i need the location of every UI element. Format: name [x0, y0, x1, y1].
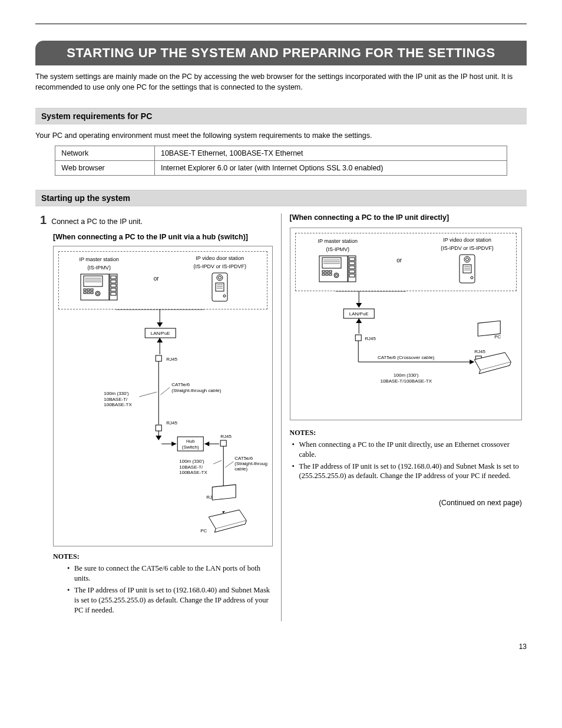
page-banner: STARTING UP THE SYSTEM AND PREPARING FOR…: [35, 41, 527, 65]
base-label-2: 100BASE-TX: [104, 402, 132, 407]
top-rule: [35, 24, 527, 24]
lanpoe-label: LAN/PoE: [151, 331, 170, 336]
step-1-text: Connect a PC to the IP unit.: [51, 218, 143, 226]
svg-marker-44: [204, 442, 209, 446]
svg-rect-45: [220, 440, 226, 446]
ip-master-sub-r: (IS-IPMV): [318, 246, 358, 253]
svg-marker-82: [356, 303, 362, 308]
svg-rect-91: [478, 321, 500, 336]
ip-door-title: IP video door station: [194, 255, 247, 262]
note-left-1: Be sure to connect the CAT5e/6 cable to …: [67, 564, 273, 584]
or-text: or: [154, 275, 159, 282]
svg-marker-29: [157, 322, 163, 327]
ip-door-icon-r: [459, 254, 475, 284]
lanpoe-label-r: LAN/PoE: [349, 311, 368, 317]
sysreq-text: Your PC and operating environment must m…: [35, 131, 527, 140]
svg-marker-85: [356, 318, 362, 323]
laptop-icon: [209, 485, 246, 532]
device-options-box: IP master station (IS-IPMV): [58, 251, 267, 309]
page-number: 13: [35, 643, 527, 651]
cable-label-3: CAT5e/6: [234, 456, 253, 461]
svg-marker-32: [157, 338, 163, 342]
cable-label-4: (Straight-through: [234, 461, 267, 466]
base-label-3: 10BASE-T/: [179, 465, 203, 470]
column-divider: [281, 213, 282, 621]
ip-master-icon: [80, 274, 118, 301]
notes-list-left: Be sure to connect the CAT5e/6 cable to …: [53, 564, 273, 615]
wiring-direct-svg: LAN/PoE RJ45 CAT5e/6 (Crossover cable) 1…: [295, 291, 517, 415]
or-text-r: or: [396, 257, 402, 263]
svg-rect-33: [156, 355, 161, 361]
req-browser-value: Internet Explorer 6.0 or later (with Int…: [154, 161, 507, 176]
step-1-number: 1: [40, 213, 47, 227]
cable-label-2: (Straight-through cable): [171, 388, 221, 393]
base-label-4: 100BASE-TX: [179, 470, 207, 475]
cable-cr-label: CAT5e/6 (Crossover cable): [378, 355, 435, 360]
req-network-label: Network: [55, 146, 155, 161]
rj45-label-2: RJ45: [166, 420, 177, 426]
svg-rect-37: [156, 425, 161, 431]
cable-label-1: CAT5e/6: [171, 382, 190, 387]
svg-rect-52: [212, 485, 236, 500]
pc-label-r: PC: [494, 334, 501, 340]
notes-heading-right: NOTES:: [290, 429, 523, 437]
rj45-label-3: RJ45: [220, 434, 232, 439]
intro-text: The system settings are mainly made on t…: [35, 71, 527, 93]
req-browser-label: Web browser: [55, 161, 155, 176]
laptop-icon-r: [474, 321, 511, 374]
left-column: 1 Connect a PC to the IP unit. [When con…: [35, 213, 277, 621]
ip-master-sub: (IS-IPMV): [79, 265, 118, 271]
notes-list-right: When connecting a PC to the IP unit dire…: [290, 440, 523, 482]
note-right-1: When connecting a PC to the IP unit dire…: [292, 440, 523, 460]
diagram-direct: IP master station (IS-IPMV) or: [290, 228, 523, 420]
ip-door-icon: [211, 272, 228, 302]
svg-rect-1: [84, 276, 103, 286]
hub-label-1: Hub: [186, 439, 195, 444]
diagram-hub: IP master station (IS-IPMV): [53, 246, 273, 546]
base-label-r: 10BASE-T/100BASE-TX: [380, 378, 432, 384]
svg-rect-86: [355, 335, 361, 341]
svg-marker-42: [171, 442, 176, 446]
svg-line-35: [139, 392, 157, 397]
wiring-hub-svg: LAN/PoE RJ45 100m (330') 10BASE-T/ 100BA…: [58, 309, 267, 539]
base-label-1: 10BASE-T/: [104, 397, 128, 402]
note-right-2: The IP address of IP unit is set to (192…: [292, 462, 523, 482]
right-subhead: [When connecting a PC to the IP unit dir…: [290, 213, 523, 222]
rj45-label: RJ45: [166, 357, 177, 362]
svg-marker-89: [470, 360, 474, 364]
svg-marker-39: [156, 436, 161, 440]
svg-line-36: [160, 387, 170, 395]
ip-master-icon-r: [319, 255, 356, 282]
dist-label: 100m (330'): [104, 391, 129, 396]
rj45-label-r1: RJ45: [365, 336, 376, 341]
req-network-value: 10BASE-T Ethernet, 100BASE-TX Ethernet: [154, 146, 507, 161]
device-options-box-r: IP master station (IS-IPMV) or: [295, 233, 517, 291]
note-left-2: The IP address of IP unit is set to (192…: [67, 585, 273, 615]
ip-door-sub-r: (IS-IPDV or IS-IPDVF): [441, 245, 494, 252]
left-subhead: [When connecting a PC to the IP unit via…: [53, 233, 273, 241]
hub-label-2: (Switch): [182, 444, 199, 450]
ip-master-title: IP master station: [79, 256, 118, 263]
continued-text: (Continued on next page): [290, 499, 523, 507]
requirements-table: Network 10BASE-T Ethernet, 100BASE-TX Et…: [55, 146, 507, 176]
cable-label-5: cable): [234, 466, 247, 472]
svg-line-47: [213, 460, 222, 464]
svg-line-48: [225, 462, 233, 467]
ip-master-title-r: IP master station: [318, 238, 358, 245]
notes-heading-left: NOTES:: [53, 552, 273, 561]
section-sysreq: System requirements for PC: [35, 108, 527, 124]
rj45-label-r2: RJ45: [474, 349, 485, 354]
ip-door-sub: (IS-IPDV or IS-IPDVF): [194, 263, 247, 270]
section-startup: Starting up the system: [35, 190, 527, 206]
ip-door-title-r: IP video door station: [441, 237, 494, 243]
dist-label-2: 100m (330'): [179, 459, 204, 464]
right-column: [When connecting a PC to the IP unit dir…: [285, 213, 527, 621]
pc-label: PC: [200, 528, 207, 533]
dist-label-r: 100m (330'): [394, 373, 419, 378]
svg-rect-54: [322, 258, 341, 268]
